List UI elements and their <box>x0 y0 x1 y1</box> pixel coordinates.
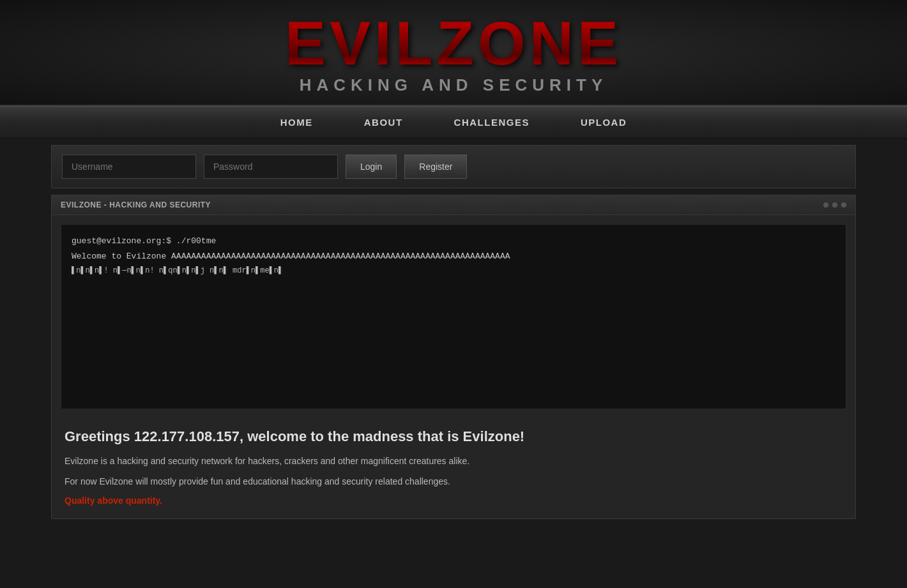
nav-item-upload[interactable]: UPLOAD <box>555 107 652 138</box>
terminal-area: guest@evilzone.org:$ ./r00tme Welcome to… <box>61 224 846 409</box>
terminal-welcome: Welcome to Evilzone AAAAAAAAAAAAAAAAAAAA… <box>72 252 510 261</box>
terminal-line-2: Welcome to Evilzone AAAAAAAAAAAAAAAAAAAA… <box>72 250 835 263</box>
win-dot-2 <box>832 202 837 207</box>
terminal-line-1: guest@evilzone.org:$ ./r00tme <box>72 235 835 248</box>
main-content-box: EVILZONE - HACKING AND SECURITY guest@ev… <box>51 195 856 519</box>
nav-item-about[interactable]: ABOUT <box>339 107 429 138</box>
nav-item-home[interactable]: HOME <box>255 107 339 138</box>
win-dot-1 <box>823 202 828 207</box>
login-button[interactable]: Login <box>346 155 397 179</box>
main-navigation: HOME ABOUT CHALLENGES UPLOAD <box>0 106 907 139</box>
username-input[interactable] <box>62 155 196 179</box>
terminal-garbled: ▌n▌n▌n▌! n▌—n▌n▌n! n▌qn▌n▌n▌j n▌n▌ mdr▌n… <box>72 266 283 275</box>
win-dot-3 <box>841 202 846 207</box>
login-bar: Login Register <box>51 145 856 188</box>
content-para-3: Quality above quantity. <box>65 495 842 506</box>
site-header: EVILZONE HACKING AND SECURITY <box>0 0 907 106</box>
terminal-line-3: ▌n▌n▌n▌! n▌—n▌n▌n! n▌qn▌n▌n▌j n▌n▌ mdr▌n… <box>72 265 835 276</box>
main-box-title: EVILZONE - HACKING AND SECURITY <box>61 200 211 209</box>
password-input[interactable] <box>204 155 338 179</box>
nav-item-challenges[interactable]: CHALLENGES <box>429 107 555 138</box>
content-area: Greetings 122.177.108.157, welcome to th… <box>52 418 855 518</box>
register-button[interactable]: Register <box>404 155 467 179</box>
content-para-2: For now Evilzone will mostly provide fun… <box>65 474 842 488</box>
site-logo-main: EVILZONE <box>0 13 907 74</box>
window-controls <box>823 202 846 207</box>
main-box-header: EVILZONE - HACKING AND SECURITY <box>52 195 855 215</box>
content-para-1: Evilzone is a hacking and security netwo… <box>65 454 842 468</box>
site-logo-subtitle: HACKING AND SECURITY <box>0 75 907 95</box>
greeting-heading: Greetings 122.177.108.157, welcome to th… <box>65 428 842 445</box>
terminal-prompt: guest@evilzone.org:$ ./r00tme <box>72 236 216 246</box>
